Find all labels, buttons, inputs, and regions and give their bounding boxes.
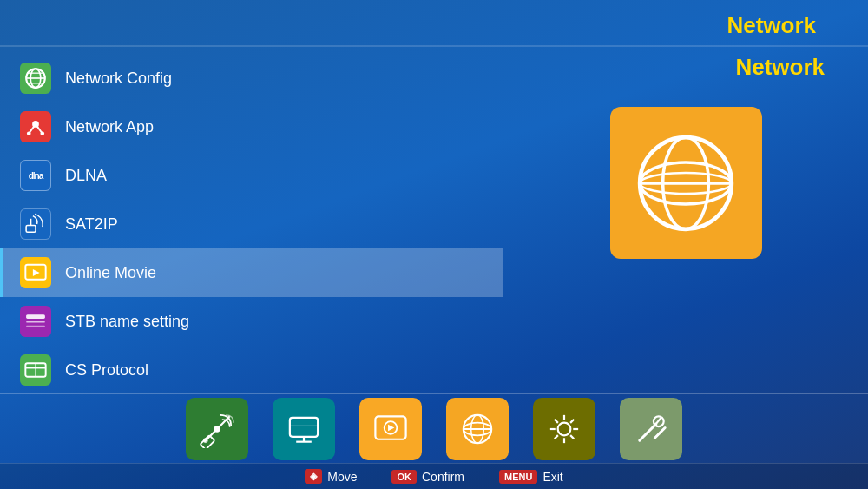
hint-badge-0: ◈: [305, 469, 322, 484]
svg-line-48: [570, 419, 574, 422]
svg-rect-10: [26, 226, 36, 233]
menu-label-cs-protocol: CS Protocol: [65, 361, 148, 380]
hint-2: MENUExit: [499, 470, 563, 484]
svg-marker-13: [33, 269, 40, 276]
hint-badge-1: OK: [391, 470, 417, 484]
bottom-icon-settings[interactable]: [533, 398, 595, 460]
menu-item-cs-protocol[interactable]: CS Protocol: [0, 346, 503, 394]
hint-badge-2: MENU: [499, 470, 537, 484]
menu-icon-network-config: [20, 63, 51, 94]
menu-item-sat2ip[interactable]: SAT2IP: [0, 200, 503, 248]
menu-label-network-config: Network Config: [65, 69, 172, 88]
menu-icon-online-movie: [20, 257, 51, 288]
menu-item-dlna[interactable]: dlnaDLNA: [0, 151, 503, 200]
svg-point-41: [558, 422, 571, 435]
svg-line-46: [555, 419, 558, 422]
svg-line-49: [555, 435, 558, 439]
hint-1: OKConfirm: [391, 470, 464, 484]
section-title: Network: [735, 54, 851, 81]
svg-point-29: [203, 438, 208, 443]
svg-point-9: [40, 131, 44, 135]
bottom-icons-row: [0, 393, 868, 463]
bottom-section: ◈MoveOKConfirmMENUExit: [0, 393, 868, 489]
menu-icon-dlna: dlna: [20, 160, 51, 191]
bottom-icon-network[interactable]: [446, 398, 509, 460]
main-content: Network ConfigNetwork AppdlnaDLNASAT2IPO…: [0, 45, 868, 420]
svg-rect-15: [26, 321, 45, 323]
menu-label-online-movie: Online Movie: [65, 264, 156, 282]
network-icon-box: [610, 107, 762, 259]
svg-rect-14: [26, 314, 45, 319]
menu-icon-sat2ip: [20, 208, 51, 240]
menu-icon-stb-name: [20, 306, 51, 337]
hint-0: ◈Move: [305, 469, 357, 484]
menu-label-sat2ip: SAT2IP: [65, 215, 118, 234]
menu-icon-cs-protocol: [20, 354, 51, 386]
right-section: Network: [503, 45, 868, 420]
bottom-icon-media[interactable]: [359, 398, 422, 460]
menu-item-network-app[interactable]: Network App: [0, 102, 503, 151]
svg-point-8: [27, 131, 31, 135]
svg-line-53: [654, 427, 665, 438]
svg-rect-30: [290, 417, 318, 436]
hints-row: ◈MoveOKConfirmMENUExit: [0, 463, 868, 489]
globe-icon: [634, 131, 738, 235]
vertical-divider: [503, 54, 503, 411]
menu-label-dlna: DLNA: [65, 167, 107, 185]
hint-label-0: Move: [327, 470, 357, 484]
menu-section: Network ConfigNetwork AppdlnaDLNASAT2IPO…: [0, 45, 503, 420]
menu-label-stb-name: STB name setting: [65, 313, 189, 331]
hint-label-1: Confirm: [422, 470, 464, 484]
menu-item-online-movie[interactable]: Online Movie: [0, 248, 503, 297]
menu-label-network-app: Network App: [65, 118, 154, 136]
bottom-icon-satellite[interactable]: [186, 398, 248, 460]
menu-icon-network-app: [20, 111, 51, 142]
svg-line-47: [570, 435, 574, 439]
menu-list: Network ConfigNetwork AppdlnaDLNASAT2IPO…: [0, 54, 503, 394]
svg-rect-16: [26, 326, 45, 327]
hint-label-2: Exit: [542, 470, 562, 484]
bottom-icon-tools[interactable]: [620, 398, 682, 460]
svg-marker-36: [388, 424, 394, 430]
page-title: Network: [727, 12, 816, 39]
menu-item-stb-name[interactable]: STB name setting: [0, 297, 503, 346]
bottom-icon-tv[interactable]: [273, 398, 335, 460]
menu-item-network-config[interactable]: Network Config: [0, 54, 503, 102]
svg-line-52: [654, 417, 661, 425]
